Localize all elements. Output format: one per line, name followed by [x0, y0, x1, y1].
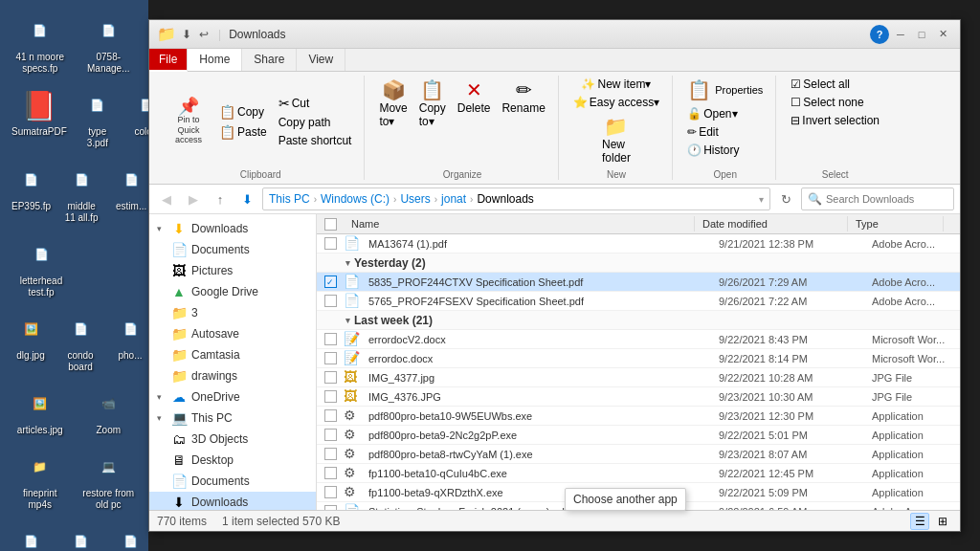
- file-checkbox[interactable]: [324, 371, 337, 384]
- sidebar-item-camtasia[interactable]: 📁 Camtasia: [149, 344, 316, 365]
- help-btn[interactable]: ?: [870, 25, 889, 44]
- row-checkbox[interactable]: [317, 467, 344, 479]
- desktop-icon-san-form[interactable]: 📄 san form...: [107, 518, 148, 551]
- check-all-checkbox[interactable]: [324, 218, 337, 231]
- search-input[interactable]: [826, 193, 958, 205]
- delete-button[interactable]: ✕ Delete: [453, 76, 496, 131]
- invert-selection-button[interactable]: ⊟ Invert selection: [786, 112, 884, 129]
- column-name[interactable]: Name: [344, 216, 695, 231]
- row-checkbox[interactable]: [317, 295, 344, 307]
- maximize-button[interactable]: □: [912, 25, 931, 44]
- file-checkbox[interactable]: [324, 390, 337, 403]
- ribbon-tab-view[interactable]: View: [297, 49, 345, 71]
- desktop-icon-estim[interactable]: 📄 estim...: [108, 157, 148, 228]
- table-row[interactable]: 🖼 IMG_4376.JPG 9/23/2021 10:30 AM JPG Fi…: [317, 387, 960, 407]
- sidebar-item-this-pc[interactable]: ▾ 💻 This PC: [149, 408, 316, 429]
- table-row[interactable]: ⚙ fp1100-beta9-qXRDzthX.exe 9/22/2021 5:…: [317, 483, 960, 502]
- desktop-icon-sumatra[interactable]: 📕 SumatraPDF: [8, 82, 71, 153]
- desktop-icon-pho[interactable]: 📄 pho...: [107, 306, 148, 377]
- undo-quick-btn[interactable]: ↩: [197, 28, 211, 41]
- sidebar-item-downloads2[interactable]: ⬇ Downloads: [149, 492, 316, 510]
- desktop-icon-0758[interactable]: 📄 0758-Manage...: [77, 8, 142, 78]
- history-button[interactable]: 🕐 History: [682, 142, 744, 159]
- file-checkbox[interactable]: ✓: [324, 276, 337, 288]
- file-group-header[interactable]: ▾ Last week (21): [317, 311, 960, 330]
- down-sort-button[interactable]: ⬇: [235, 187, 258, 210]
- sidebar-item-drawings[interactable]: 📁 drawings: [149, 365, 316, 386]
- back-button[interactable]: ◀: [155, 187, 178, 210]
- new-folder-button[interactable]: 📁 Newfolder: [597, 112, 635, 167]
- sidebar-item-pictures[interactable]: 🖼 Pictures: [149, 260, 316, 281]
- easy-access-button[interactable]: ⭐ Easy access▾: [568, 94, 664, 111]
- row-checkbox[interactable]: [317, 409, 344, 422]
- desktop-icon-moore-specs[interactable]: 📄 41 n moore specs.fp: [8, 8, 73, 78]
- file-checkbox[interactable]: [324, 295, 337, 307]
- desktop-icon-color[interactable]: 📄 colo...: [124, 82, 148, 153]
- row-checkbox[interactable]: [317, 486, 344, 498]
- column-date-modified[interactable]: Date modified: [695, 216, 848, 231]
- file-list-body[interactable]: 📄 MA13674 (1).pdf 9/21/2021 12:38 PM Ado…: [317, 234, 960, 510]
- desktop-icon-condo[interactable]: 📄 condo board: [57, 306, 103, 377]
- ribbon-tab-share[interactable]: Share: [242, 49, 297, 71]
- pin-to-quick-button[interactable]: 📌 Pin to Quickaccess: [165, 95, 212, 148]
- up-button[interactable]: ↑: [209, 187, 232, 210]
- row-checkbox[interactable]: ✓: [317, 276, 344, 288]
- back-quick-btn[interactable]: ⬇: [180, 28, 193, 41]
- cut-button[interactable]: ✂ Cut: [274, 94, 357, 113]
- copy-to-button[interactable]: 📋 Copyto▾: [414, 76, 451, 131]
- table-row[interactable]: 📄 5765_PROF24FSEXV Specification Sheet.p…: [317, 292, 960, 311]
- file-checkbox[interactable]: [324, 429, 337, 441]
- table-row[interactable]: ⚙ pdf800pro-beta8-rtwCyYaM (1).exe 9/23/…: [317, 445, 960, 464]
- search-bar[interactable]: 🔍: [801, 187, 954, 210]
- sidebar-item-3[interactable]: 📁 3: [149, 302, 316, 323]
- sidebar-item-autosave[interactable]: 📁 Autosave: [149, 323, 316, 344]
- breadcrumb-bar[interactable]: This PC › Windows (C:) › Users › jonat ›…: [262, 187, 770, 210]
- refresh-button[interactable]: ↻: [774, 187, 797, 210]
- desktop-icon-middle11[interactable]: 📄 middle 11 all.fp: [58, 157, 104, 228]
- breadcrumb-expand[interactable]: ▾: [759, 194, 764, 205]
- select-all-button[interactable]: ☑ Select all: [786, 76, 855, 93]
- desktop-icon-slim-pdf[interactable]: 📄 Slim PDF Reader 2.0: [8, 518, 54, 551]
- desktop-icon-type3[interactable]: 📄 type 3.pdf: [75, 82, 121, 153]
- rename-button[interactable]: ✏ Rename: [497, 76, 549, 131]
- sidebar-item-google-drive[interactable]: ▲ Google Drive: [149, 281, 316, 302]
- move-to-button[interactable]: 📦 Moveto▾: [374, 76, 412, 131]
- properties-button[interactable]: 📋 Properties: [682, 76, 768, 104]
- details-view-button[interactable]: ☰: [910, 513, 929, 530]
- close-button[interactable]: ✕: [933, 25, 952, 44]
- desktop-icon-zoom[interactable]: 📹 Zoom: [77, 381, 142, 440]
- desktop-icon-articles[interactable]: 🖼️ articles.jpg: [8, 381, 73, 440]
- minimize-button[interactable]: ─: [891, 25, 910, 44]
- ribbon-tab-file[interactable]: File: [149, 49, 188, 72]
- select-none-button[interactable]: ☐ Select none: [786, 94, 868, 111]
- table-row[interactable]: 📝 errordoc.docx 9/22/2021 8:14 PM Micros…: [317, 349, 960, 368]
- large-icons-view-button[interactable]: ⊞: [933, 513, 952, 530]
- file-checkbox[interactable]: [324, 352, 337, 364]
- sidebar-item-documents[interactable]: 📄 Documents: [149, 239, 316, 260]
- file-checkbox[interactable]: [324, 486, 337, 498]
- desktop-icon-dlg[interactable]: 🖼️ dlg.jpg: [8, 306, 54, 377]
- file-group-header[interactable]: ▾ Yesterday (2): [317, 253, 960, 273]
- file-checkbox[interactable]: [324, 409, 337, 422]
- row-checkbox[interactable]: [317, 333, 344, 345]
- row-checkbox[interactable]: [317, 448, 344, 460]
- table-row[interactable]: 📝 errordocV2.docx 9/22/2021 8:43 PM Micr…: [317, 330, 960, 349]
- file-checkbox[interactable]: [324, 333, 337, 345]
- sidebar-item-3d-objects[interactable]: 🗂 3D Objects: [149, 429, 316, 450]
- row-checkbox[interactable]: [317, 371, 344, 384]
- desktop-icon-2020-tax[interactable]: 📄 2020 tax notes.fp: [57, 518, 103, 551]
- new-item-button[interactable]: ✨ New item▾: [576, 76, 656, 93]
- file-checkbox[interactable]: [324, 467, 337, 479]
- sidebar-item-downloads[interactable]: ▾ ⬇ Downloads: [149, 218, 316, 239]
- ribbon-tab-home[interactable]: Home: [188, 49, 242, 71]
- file-checkbox[interactable]: [324, 448, 337, 460]
- table-row[interactable]: 📄 Statistics_Stephen Farish 2021 (zoom).…: [317, 502, 960, 510]
- table-row[interactable]: 🖼 IMG_4377.jpg 9/22/2021 10:28 AM JPG Fi…: [317, 368, 960, 387]
- copy-path-button[interactable]: Copy path: [274, 114, 357, 131]
- row-checkbox[interactable]: [317, 237, 344, 250]
- paste-shortcut-button[interactable]: Paste shortcut: [274, 132, 357, 149]
- table-row[interactable]: ✓ 📄 5835_PROF244CTXV Specification Sheet…: [317, 273, 960, 292]
- row-checkbox[interactable]: [317, 390, 344, 403]
- column-type[interactable]: Type: [848, 216, 944, 231]
- sidebar-item-desktop[interactable]: 🖥 Desktop: [149, 450, 316, 471]
